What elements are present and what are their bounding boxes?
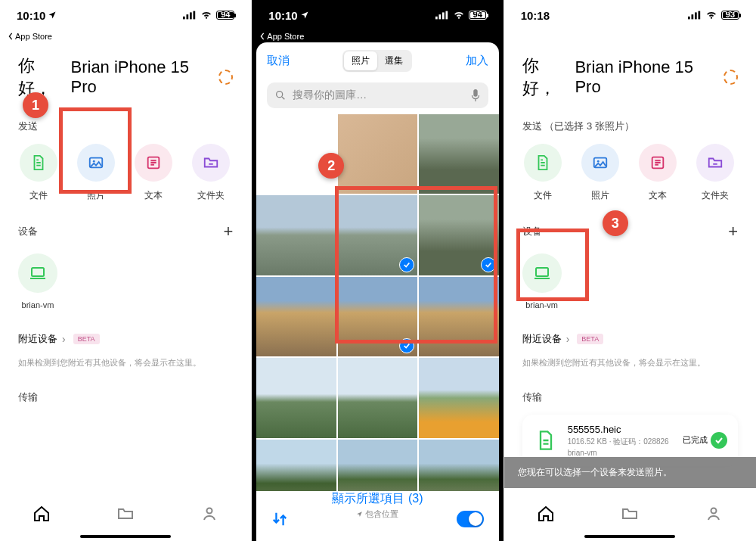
battery-icon: 94	[216, 11, 234, 20]
photo-cell[interactable]	[338, 358, 417, 437]
status-time: 10:10	[17, 9, 45, 22]
nearby-devices[interactable]: 附近设备 › BETA	[522, 332, 738, 346]
nearby-desc: 如果检测到您附近有其他设备，将会显示在这里。	[18, 356, 233, 369]
transfer-label: 传输	[522, 390, 738, 404]
chevron-left-icon	[8, 33, 14, 40]
status-bar: 10:10 94	[252, 0, 503, 30]
photo-cell[interactable]	[256, 358, 336, 437]
photo-cell[interactable]	[419, 358, 498, 437]
tab-albums[interactable]: 選集	[377, 51, 411, 70]
svg-rect-16	[691, 14, 693, 19]
segment-control[interactable]: 照片 選集	[342, 50, 412, 72]
home-indicator	[584, 535, 675, 538]
svg-rect-17	[695, 12, 697, 19]
action-text[interactable]: 文本	[637, 144, 678, 202]
screen-1-home: 10:10 94 App Store 你好，Brian iPhone 15 Pr…	[0, 0, 252, 541]
battery-icon: 93	[721, 11, 739, 20]
action-photos[interactable]: 照片	[580, 144, 621, 202]
action-files[interactable]: 文件	[18, 144, 59, 202]
transfer-label: 传输	[18, 390, 233, 404]
tab-home-icon[interactable]	[537, 505, 555, 523]
add-device-button[interactable]: +	[223, 222, 233, 241]
photo-cell[interactable]	[338, 114, 417, 194]
svg-rect-18	[698, 11, 700, 20]
svg-rect-2	[190, 12, 192, 19]
action-text[interactable]: 文本	[133, 144, 174, 202]
spinner-icon	[723, 70, 738, 85]
action-folder[interactable]: 文件夹	[191, 144, 231, 202]
nearby-devices[interactable]: 附近设备 › BETA	[18, 332, 233, 346]
annotation-frame-1	[59, 107, 132, 194]
svg-point-20	[597, 160, 600, 163]
svg-rect-7	[32, 268, 44, 276]
action-folder[interactable]: 文件夹	[695, 144, 736, 202]
svg-rect-10	[438, 14, 441, 19]
cellular-icon	[688, 11, 702, 20]
tab-folder-icon[interactable]	[116, 505, 135, 523]
folder-icon	[707, 154, 723, 171]
file-name: 555555.heic	[568, 424, 674, 435]
add-button[interactable]: 加入	[466, 54, 488, 68]
add-device-button[interactable]: +	[728, 222, 738, 241]
laptop-icon	[29, 264, 47, 282]
spinner-icon	[218, 70, 233, 85]
send-label: 发送 （已选择 3 张照片）	[522, 120, 738, 133]
battery-icon: 94	[469, 11, 487, 20]
svg-rect-3	[194, 11, 196, 20]
back-to-app[interactable]: App Store	[8, 32, 52, 41]
device-item[interactable]: brian-vm	[18, 253, 57, 309]
status-bar: 10:10 94	[0, 0, 251, 30]
screen-3-transfer: 10:18 93 你好，Brian iPhone 15 Pro 发送 （已选择 …	[504, 0, 756, 541]
sort-icon[interactable]	[271, 511, 288, 527]
file-meta: 1016.52 KB · 验证码：028826	[568, 437, 674, 447]
svg-point-13	[277, 92, 283, 98]
wifi-icon	[200, 11, 212, 20]
toggle-switch[interactable]	[457, 511, 484, 527]
photo-cell[interactable]	[256, 277, 336, 356]
home-indicator	[80, 535, 171, 538]
file-icon	[535, 430, 556, 451]
cellular-icon	[183, 11, 197, 20]
text-icon	[649, 154, 666, 171]
svg-rect-15	[688, 17, 690, 20]
chevron-left-icon	[259, 33, 265, 40]
tab-bar	[0, 493, 251, 535]
photo-cell[interactable]	[256, 195, 336, 275]
chevron-right-icon: ›	[566, 333, 570, 345]
svg-rect-14	[473, 89, 477, 97]
mic-icon[interactable]	[470, 89, 481, 102]
file-icon	[30, 154, 47, 171]
photo-cell[interactable]	[419, 114, 498, 194]
folder-icon	[203, 154, 219, 171]
wifi-icon	[453, 11, 465, 20]
wifi-icon	[705, 11, 717, 20]
greeting: 你好，Brian iPhone 15 Pro	[18, 54, 233, 100]
annotation-badge-3: 3	[603, 210, 628, 236]
back-to-app[interactable]: App Store	[259, 32, 304, 41]
text-icon	[145, 154, 162, 171]
svg-rect-11	[442, 12, 445, 19]
tab-home-icon[interactable]	[33, 505, 51, 523]
status-done: 已完成	[683, 432, 727, 449]
location-arrow-icon	[300, 11, 309, 20]
cancel-button[interactable]: 取消	[267, 54, 290, 68]
status-time: 10:18	[521, 9, 550, 22]
svg-rect-1	[187, 14, 189, 19]
action-files[interactable]: 文件	[522, 144, 563, 202]
cellular-icon	[435, 11, 449, 20]
search-icon	[274, 89, 287, 101]
tab-profile-icon[interactable]	[200, 505, 218, 523]
tab-bar	[504, 493, 756, 535]
search-input[interactable]: 搜尋你的圖庫…	[267, 82, 488, 108]
annotation-frame-3	[516, 229, 589, 301]
show-selected-button[interactable]: 顯示所選項目 (3)	[256, 491, 498, 507]
location-arrow-icon	[48, 11, 57, 20]
svg-point-8	[206, 508, 212, 514]
svg-rect-9	[435, 17, 438, 20]
file-icon	[534, 154, 551, 171]
tab-folder-icon[interactable]	[621, 505, 639, 523]
tab-profile-icon[interactable]	[705, 505, 723, 523]
status-bar: 10:18 93	[504, 0, 756, 30]
tab-photos[interactable]: 照片	[344, 51, 377, 70]
annotation-frame-2	[335, 186, 497, 344]
